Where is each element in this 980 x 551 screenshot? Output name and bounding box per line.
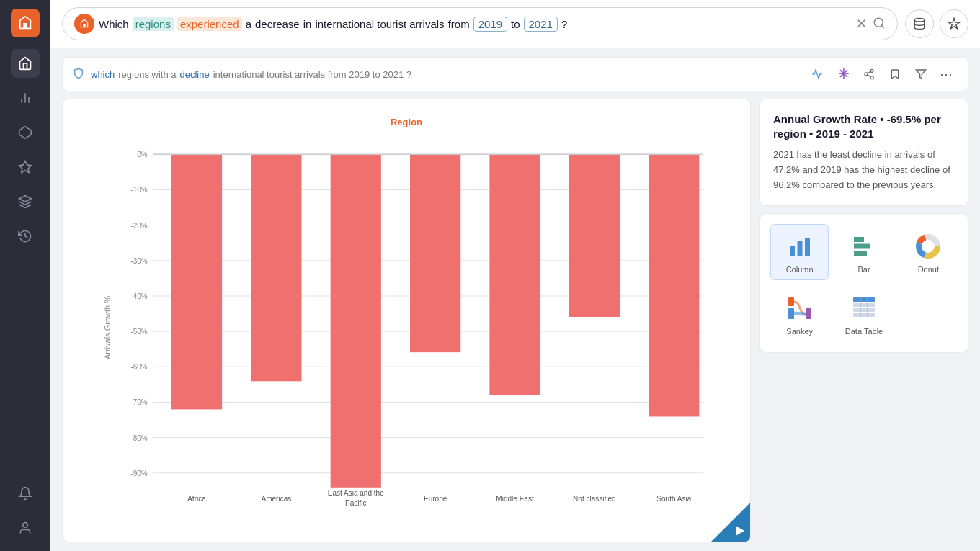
chart-type-donut[interactable]: Donut xyxy=(899,224,958,280)
bar-not-classified xyxy=(569,154,620,317)
bar-chart-icon xyxy=(848,230,880,262)
label-east-asia-2: Pacific xyxy=(345,499,366,507)
sidebar-item-user[interactable] xyxy=(11,514,40,542)
svg-rect-49 xyxy=(788,297,794,306)
svg-text:-30%: -30% xyxy=(130,257,147,265)
more-icon-btn[interactable]: ⋯ xyxy=(936,63,958,85)
query-word-decrease: decrease xyxy=(255,18,300,30)
sidebar-item-analytics[interactable] xyxy=(11,84,40,112)
database-button[interactable] xyxy=(905,9,934,38)
y-axis-label: Arrivals Growth % xyxy=(103,296,112,359)
query-which: which xyxy=(91,69,115,80)
query-word-arrivals: international tourist arrivals xyxy=(315,18,444,30)
query-word-question: ? xyxy=(561,18,567,30)
svg-marker-4 xyxy=(19,161,32,173)
svg-rect-43 xyxy=(854,251,867,256)
content-area: which regions with a decline internation… xyxy=(50,48,980,551)
svg-point-12 xyxy=(870,76,873,79)
label-europe: Europe xyxy=(424,495,447,503)
search-query-text: Which regions experienced a decrease in … xyxy=(99,17,567,32)
sidebar-item-history[interactable] xyxy=(11,222,40,251)
column-chart-icon xyxy=(784,230,816,262)
svg-line-14 xyxy=(868,71,871,73)
search-bar[interactable]: Which regions experienced a decrease in … xyxy=(62,7,898,40)
topbar-right xyxy=(905,9,968,38)
svg-rect-42 xyxy=(854,244,870,249)
svg-rect-50 xyxy=(788,308,794,319)
svg-rect-40 xyxy=(805,238,810,256)
svg-text:-70%: -70% xyxy=(130,398,147,406)
insight-body: 2021 has the least decline in arrivals o… xyxy=(773,148,955,192)
svg-text:-10%: -10% xyxy=(130,186,147,194)
sparkle-button[interactable] xyxy=(940,9,968,38)
clear-search-button[interactable]: ✕ xyxy=(856,16,867,32)
query-word-experienced: experienced xyxy=(177,17,242,31)
sidebar-item-home[interactable] xyxy=(11,49,40,78)
label-south-asia: South Asia xyxy=(656,495,691,503)
svg-marker-37 xyxy=(736,526,744,536)
query-word-2019: 2019 xyxy=(473,17,507,32)
sidebar-item-diamond[interactable] xyxy=(11,118,40,147)
svg-rect-54 xyxy=(853,308,875,312)
bar-chart-svg: Region Arrivals Growth % 0% -10% -20% xyxy=(74,111,739,530)
sidebar-item-layers[interactable] xyxy=(11,187,40,216)
svg-point-7 xyxy=(874,18,883,27)
chart-type-sankey[interactable]: Sankey xyxy=(770,286,829,342)
svg-rect-52 xyxy=(853,297,875,302)
share-icon-btn[interactable] xyxy=(858,63,880,85)
chart-type-column[interactable]: Column xyxy=(770,224,829,280)
search-button[interactable] xyxy=(873,17,886,32)
chart-types-card: Column Bar xyxy=(760,213,968,353)
chart-type-bar[interactable]: Bar xyxy=(834,224,893,280)
main-content: Which regions experienced a decrease in … xyxy=(50,0,980,551)
asterisk-icon-btn[interactable]: ✳ xyxy=(832,63,854,85)
svg-text:-50%: -50% xyxy=(130,328,147,336)
query-actions: ✳ ⋯ xyxy=(806,63,958,85)
main-chart: Region Arrivals Growth % 0% -10% -20% xyxy=(62,99,751,542)
charts-section: Region Arrivals Growth % 0% -10% -20% xyxy=(62,99,968,542)
sankey-chart-icon xyxy=(784,292,816,324)
query-breadcrumb: which regions with a decline internation… xyxy=(73,68,411,81)
column-label: Column xyxy=(786,265,814,274)
label-east-asia-1: East Asia and the xyxy=(328,489,384,497)
shield-icon xyxy=(73,68,84,81)
svg-marker-15 xyxy=(916,70,925,79)
svg-text:-20%: -20% xyxy=(130,222,147,230)
svg-text:-90%: -90% xyxy=(130,470,147,478)
bar-africa xyxy=(172,154,222,409)
label-not-classified: Not classified xyxy=(573,495,616,503)
svg-line-8 xyxy=(881,25,883,27)
bookmark-icon-btn[interactable] xyxy=(884,63,906,85)
app-logo[interactable] xyxy=(11,9,40,37)
svg-point-6 xyxy=(23,523,28,528)
svg-text:-40%: -40% xyxy=(130,292,147,300)
play-button[interactable] xyxy=(711,503,750,542)
svg-text:-80%: -80% xyxy=(130,434,147,442)
svg-point-10 xyxy=(870,69,873,72)
query-word-a: a xyxy=(246,18,251,30)
label-africa: Africa xyxy=(187,495,206,503)
label-americas: Americas xyxy=(262,495,292,503)
svg-marker-3 xyxy=(19,127,32,139)
pulse-icon-btn[interactable] xyxy=(806,63,828,85)
bar-label: Bar xyxy=(858,265,870,274)
svg-text:-60%: -60% xyxy=(130,363,147,371)
svg-rect-55 xyxy=(853,313,875,317)
svg-rect-41 xyxy=(854,237,864,242)
sidebar-item-favorites[interactable] xyxy=(11,153,40,182)
donut-chart-icon xyxy=(912,230,944,262)
query-word-in: in xyxy=(303,18,312,30)
topbar: Which regions experienced a decrease in … xyxy=(50,0,980,48)
sidebar-item-notifications[interactable] xyxy=(11,479,40,508)
svg-marker-5 xyxy=(19,196,32,202)
bar-middle-east xyxy=(489,154,540,395)
chart-region-title: Region xyxy=(391,117,422,127)
svg-rect-51 xyxy=(806,308,811,319)
svg-point-48 xyxy=(922,241,934,252)
insight-card: Annual Growth Rate • -69.5% per region •… xyxy=(760,99,968,206)
chart-type-data-table[interactable]: Data Table xyxy=(834,286,893,342)
query-rest2: international tourist arrivals from 2019… xyxy=(213,69,411,80)
filter-icon-btn[interactable] xyxy=(910,63,932,85)
sidebar xyxy=(0,0,50,551)
query-word-which: Which xyxy=(99,18,129,30)
